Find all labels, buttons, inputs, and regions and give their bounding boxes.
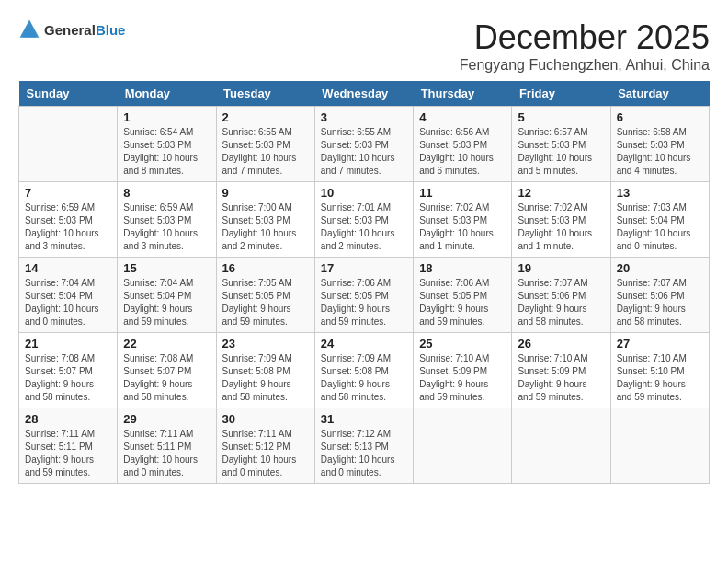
day-info: Sunrise: 6:54 AMSunset: 5:03 PMDaylight:… [123,126,210,178]
day-number: 6 [617,110,703,124]
day-number: 2 [222,110,309,124]
day-number: 7 [25,186,111,200]
day-number: 25 [419,337,506,350]
calendar-week-row: 21Sunrise: 7:08 AMSunset: 5:07 PMDayligh… [19,333,710,408]
day-number: 27 [617,337,703,350]
day-number: 13 [617,186,703,200]
day-info: Sunrise: 7:07 AMSunset: 5:06 PMDaylight:… [518,277,604,328]
calendar-cell: 5Sunrise: 6:57 AMSunset: 5:03 PMDaylight… [512,107,610,182]
calendar-cell: 21Sunrise: 7:08 AMSunset: 5:07 PMDayligh… [19,333,118,408]
calendar-cell [19,107,118,182]
day-number: 5 [518,110,604,124]
day-info: Sunrise: 7:12 AMSunset: 5:13 PMDaylight:… [321,428,407,479]
day-number: 15 [123,261,210,275]
day-number: 11 [419,186,506,200]
weekday-header-friday: Friday [512,81,610,107]
calendar-cell: 11Sunrise: 7:02 AMSunset: 5:03 PMDayligh… [414,182,512,258]
calendar-cell: 28Sunrise: 7:11 AMSunset: 5:11 PMDayligh… [19,408,118,484]
day-info: Sunrise: 7:09 AMSunset: 5:08 PMDaylight:… [222,352,309,404]
day-number: 1 [123,110,210,124]
day-info: Sunrise: 7:08 AMSunset: 5:07 PMDaylight:… [25,352,111,404]
day-number: 18 [419,261,506,275]
day-number: 9 [222,186,309,200]
calendar-cell: 20Sunrise: 7:07 AMSunset: 5:06 PMDayligh… [610,258,709,333]
day-info: Sunrise: 7:06 AMSunset: 5:05 PMDaylight:… [321,277,407,328]
calendar-cell: 23Sunrise: 7:09 AMSunset: 5:08 PMDayligh… [216,333,314,408]
day-number: 26 [518,337,604,350]
day-info: Sunrise: 7:11 AMSunset: 5:12 PMDaylight:… [222,428,309,479]
day-info: Sunrise: 6:59 AMSunset: 5:03 PMDaylight:… [25,201,111,253]
logo: General Blue [18,18,125,40]
day-number: 8 [123,186,210,200]
calendar-cell: 19Sunrise: 7:07 AMSunset: 5:06 PMDayligh… [512,258,610,333]
day-number: 22 [123,337,210,350]
day-info: Sunrise: 7:10 AMSunset: 5:10 PMDaylight:… [617,352,703,404]
calendar-cell: 8Sunrise: 6:59 AMSunset: 5:03 PMDaylight… [118,182,216,258]
day-number: 20 [617,261,703,275]
calendar-cell: 30Sunrise: 7:11 AMSunset: 5:12 PMDayligh… [216,408,314,484]
calendar-cell: 31Sunrise: 7:12 AMSunset: 5:13 PMDayligh… [314,408,413,484]
logo-general-text: General [44,22,96,38]
calendar-cell: 3Sunrise: 6:55 AMSunset: 5:03 PMDaylight… [314,107,413,182]
calendar-cell: 12Sunrise: 7:02 AMSunset: 5:03 PMDayligh… [512,182,610,258]
day-info: Sunrise: 7:01 AMSunset: 5:03 PMDaylight:… [321,201,407,253]
day-info: Sunrise: 7:02 AMSunset: 5:03 PMDaylight:… [518,201,604,253]
calendar-cell: 2Sunrise: 6:55 AMSunset: 5:03 PMDaylight… [216,107,314,182]
weekday-header-row: SundayMondayTuesdayWednesdayThursdayFrid… [19,81,710,107]
calendar-cell: 16Sunrise: 7:05 AMSunset: 5:05 PMDayligh… [216,258,314,333]
day-info: Sunrise: 7:06 AMSunset: 5:05 PMDaylight:… [419,277,506,328]
day-number: 17 [321,261,407,275]
day-number: 30 [222,412,309,426]
calendar-table: SundayMondayTuesdayWednesdayThursdayFrid… [18,81,710,484]
day-info: Sunrise: 7:11 AMSunset: 5:11 PMDaylight:… [123,428,210,479]
day-number: 19 [518,261,604,275]
calendar-week-row: 1Sunrise: 6:54 AMSunset: 5:03 PMDaylight… [19,107,710,182]
day-info: Sunrise: 7:10 AMSunset: 5:09 PMDaylight:… [518,352,604,404]
day-number: 29 [123,412,210,426]
calendar-cell: 7Sunrise: 6:59 AMSunset: 5:03 PMDaylight… [19,182,118,258]
day-number: 3 [321,110,407,124]
day-info: Sunrise: 7:04 AMSunset: 5:04 PMDaylight:… [123,277,210,328]
day-info: Sunrise: 7:10 AMSunset: 5:09 PMDaylight:… [419,352,506,404]
calendar-cell: 10Sunrise: 7:01 AMSunset: 5:03 PMDayligh… [314,182,413,258]
day-number: 21 [25,337,111,350]
day-info: Sunrise: 7:11 AMSunset: 5:11 PMDaylight:… [25,428,111,479]
weekday-header-sunday: Sunday [19,81,118,107]
day-info: Sunrise: 6:57 AMSunset: 5:03 PMDaylight:… [518,126,604,178]
day-info: Sunrise: 6:55 AMSunset: 5:03 PMDaylight:… [222,126,309,178]
calendar-cell: 29Sunrise: 7:11 AMSunset: 5:11 PMDayligh… [118,408,216,484]
weekday-header-monday: Monday [118,81,216,107]
weekday-header-wednesday: Wednesday [314,81,413,107]
day-info: Sunrise: 7:03 AMSunset: 5:04 PMDaylight:… [617,201,703,253]
day-info: Sunrise: 7:08 AMSunset: 5:07 PMDaylight:… [123,352,210,404]
month-title: December 2025 [460,18,710,57]
logo-blue-text: Blue [96,22,126,38]
calendar-week-row: 28Sunrise: 7:11 AMSunset: 5:11 PMDayligh… [19,408,710,484]
calendar-cell: 13Sunrise: 7:03 AMSunset: 5:04 PMDayligh… [610,182,709,258]
calendar-cell: 26Sunrise: 7:10 AMSunset: 5:09 PMDayligh… [512,333,610,408]
day-info: Sunrise: 6:55 AMSunset: 5:03 PMDaylight:… [321,126,407,178]
day-number: 24 [321,337,407,350]
calendar-cell: 4Sunrise: 6:56 AMSunset: 5:03 PMDaylight… [414,107,512,182]
calendar-cell: 15Sunrise: 7:04 AMSunset: 5:04 PMDayligh… [118,258,216,333]
day-info: Sunrise: 6:56 AMSunset: 5:03 PMDaylight:… [419,126,506,178]
day-number: 31 [321,412,407,426]
day-info: Sunrise: 6:58 AMSunset: 5:03 PMDaylight:… [617,126,703,178]
calendar-week-row: 14Sunrise: 7:04 AMSunset: 5:04 PMDayligh… [19,258,710,333]
calendar-cell [512,408,610,484]
day-info: Sunrise: 7:09 AMSunset: 5:08 PMDaylight:… [321,352,407,404]
day-number: 12 [518,186,604,200]
calendar-cell: 14Sunrise: 7:04 AMSunset: 5:04 PMDayligh… [19,258,118,333]
day-number: 28 [25,412,111,426]
calendar-week-row: 7Sunrise: 6:59 AMSunset: 5:03 PMDaylight… [19,182,710,258]
day-info: Sunrise: 7:04 AMSunset: 5:04 PMDaylight:… [25,277,111,328]
day-info: Sunrise: 7:07 AMSunset: 5:06 PMDaylight:… [617,277,703,328]
calendar-cell [414,408,512,484]
day-info: Sunrise: 6:59 AMSunset: 5:03 PMDaylight:… [123,201,210,253]
calendar-cell: 27Sunrise: 7:10 AMSunset: 5:10 PMDayligh… [610,333,709,408]
logo-icon [18,18,40,40]
day-info: Sunrise: 7:05 AMSunset: 5:05 PMDaylight:… [222,277,309,328]
day-number: 10 [321,186,407,200]
day-number: 16 [222,261,309,275]
page-header: General Blue December 2025 Fengyang Fuch… [18,18,710,74]
